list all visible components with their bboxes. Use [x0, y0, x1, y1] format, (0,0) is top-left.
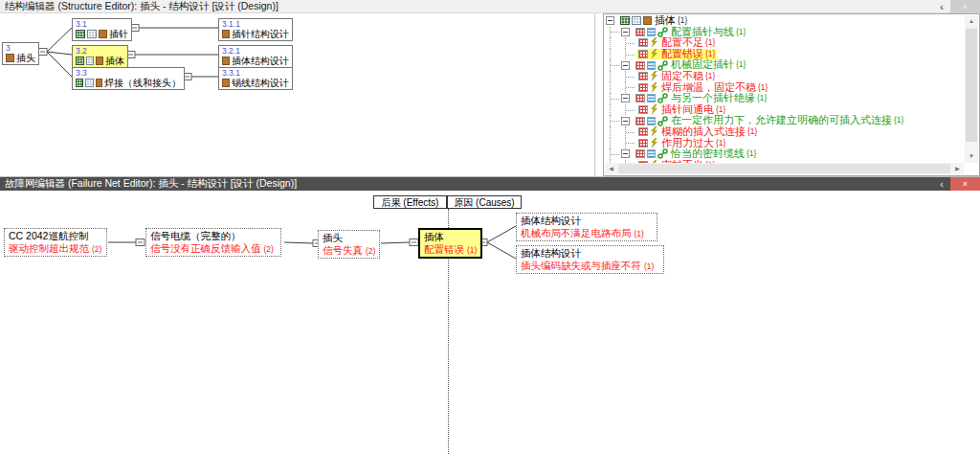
- vertical-scrollbar[interactable]: ▲ ▼: [965, 15, 978, 163]
- expander-icon[interactable]: [621, 149, 630, 158]
- fmea-form-icon: [638, 83, 648, 92]
- net-node-cruise-control[interactable]: CC 2042巡航控制 驱动控制超出规范 (2): [4, 228, 107, 257]
- close-button[interactable]: ×: [950, 0, 980, 13]
- net-node-failure: 信号没有正确反馈输入值: [150, 242, 261, 254]
- tree-item-count: {1}: [678, 15, 687, 27]
- table-icon: [632, 16, 641, 25]
- tab-causes[interactable]: 原因 (Causes): [447, 195, 522, 209]
- tree-item-count: {1}: [746, 148, 756, 160]
- tree-guide: [606, 115, 621, 126]
- tree-item-element[interactable]: 插体{1}: [606, 15, 964, 27]
- tree-item-label: 插体: [655, 15, 676, 27]
- node-number: 3: [6, 44, 35, 53]
- node-number: 3.2: [76, 47, 124, 56]
- net-node-signal-cable[interactable]: 信号电缆（完整的） 信号没有正确反馈输入值 (2): [145, 228, 281, 257]
- net-node-cause-2[interactable]: 插体结构设计 插头编码缺失或与插座不符 (1): [516, 245, 664, 274]
- structure-icon: [76, 79, 83, 87]
- tree-item-failure[interactable]: 作用力过大{1}: [606, 138, 964, 149]
- node-number: 3.3.1: [222, 69, 289, 78]
- failure-net-editor-title: 故障网编辑器 (Failure Net Editor): 插头 - 结构设计 […: [5, 177, 297, 191]
- expander-icon[interactable]: [621, 117, 630, 125]
- tree-item-failure[interactable]: 焊后增温，固定不稳{1}: [606, 82, 964, 94]
- failure-count: (1): [644, 261, 654, 271]
- net-node-element: 插头: [323, 232, 375, 244]
- lightning-icon: [650, 104, 658, 115]
- tree-item-count: {1}: [894, 115, 903, 126]
- collapse-chevron-icon[interactable]: ‹: [933, 0, 950, 13]
- lightning-icon: [650, 71, 658, 81]
- failure-count: (2): [263, 244, 273, 254]
- net-node-element: 插体结构设计: [521, 247, 659, 260]
- scroll-up-icon[interactable]: ▲: [965, 15, 978, 28]
- net-node-element: 插体结构设计: [521, 215, 653, 227]
- fmea-form-icon: [638, 38, 648, 47]
- vertical-scrollbar-thumb[interactable]: [966, 29, 977, 142]
- lightning-icon: [650, 49, 658, 59]
- node-number: 3.3: [76, 69, 181, 78]
- lightning-icon: [650, 37, 658, 48]
- tree-item-failure[interactable]: 模糊的插入式连接{1}: [606, 126, 964, 138]
- horizontal-scrollbar-thumb[interactable]: [618, 164, 950, 173]
- lightning-icon: [650, 82, 658, 93]
- tree-item-function[interactable]: 恰当的密封缆线{1}: [606, 148, 964, 160]
- net-node-element: 插体: [424, 231, 477, 243]
- tree-item-function[interactable]: 与另一个插针绝缘{1}: [606, 93, 964, 104]
- structure-node-3-3[interactable]: 3.3 焊接（线和接头）: [72, 67, 185, 90]
- fmea-form-icon: [638, 127, 648, 136]
- tree-guide: [621, 126, 636, 138]
- tab-effects[interactable]: 后果 (Effects): [373, 195, 447, 209]
- net-node-failure: 插头编码缺失或与插座不符: [521, 260, 641, 271]
- expander-icon[interactable]: [621, 28, 630, 36]
- expander-icon[interactable]: [621, 94, 630, 102]
- net-node-failure: 驱动控制超出规范: [9, 242, 89, 254]
- structure-node-3-2-selected[interactable]: 3.2 插体: [72, 45, 128, 68]
- tree-item-failure[interactable]: 固定不稳{1}: [606, 71, 964, 82]
- tree-guide: [621, 49, 636, 60]
- scroll-down-icon[interactable]: ▼: [965, 150, 978, 163]
- functions-icon: [647, 28, 656, 36]
- tree-guide: [606, 93, 621, 104]
- structure-node-root[interactable]: 3 插头: [2, 42, 39, 65]
- structure-icon: [620, 16, 630, 25]
- element-icon: [643, 16, 652, 25]
- structure-icon: [76, 57, 84, 65]
- tree-guide: [621, 138, 636, 149]
- scroll-right-icon[interactable]: ▶: [951, 163, 964, 174]
- net-node-plug-body-selected[interactable]: 插体 配置错误 (1): [418, 228, 482, 259]
- tree-item-failure[interactable]: 配置错误{1}: [606, 49, 964, 60]
- tree-guide: [606, 126, 621, 138]
- tree-item-function[interactable]: 配置插针与线{1}: [606, 27, 964, 38]
- structure-node-3-1-1[interactable]: 3.1.1 插针结构设计: [218, 18, 293, 41]
- tree-item-count: {1}: [705, 37, 715, 49]
- horizontal-scrollbar[interactable]: ◀ ▶: [605, 163, 964, 174]
- tree-guide: [606, 82, 621, 94]
- fmea-form-icon: [638, 139, 648, 148]
- net-node-cause-1[interactable]: 插体结构设计 机械布局不满足电路布局 (1): [516, 213, 657, 241]
- net-node-plug[interactable]: 插头 信号失真 (2): [318, 230, 380, 259]
- fmea-form-icon: [635, 94, 645, 102]
- fmea-form-icon: [635, 61, 645, 70]
- tree-item-count: {1}: [705, 71, 715, 82]
- expander-icon[interactable]: [621, 61, 630, 70]
- net-node-failure: 信号失真: [323, 244, 363, 256]
- element-icon: [99, 30, 107, 38]
- net-node-element: 信号电缆（完整的）: [150, 230, 277, 242]
- functions-icon: [647, 117, 656, 125]
- tree-item-function[interactable]: 在一定作用力下，允许建立明确的可插入式连接{1}: [606, 115, 964, 126]
- scroll-left-icon[interactable]: ◀: [605, 163, 617, 174]
- tree-item-failure[interactable]: 配置不足{1}: [606, 37, 964, 49]
- fmea-form-icon: [638, 50, 648, 58]
- structure-node-3-1[interactable]: 3.1 插针: [72, 18, 132, 41]
- expander-icon[interactable]: [606, 16, 614, 25]
- tree-item-label: 恰当的密封缆线: [671, 148, 745, 160]
- tree-guide: [606, 49, 621, 60]
- structure-node-3-3-1[interactable]: 3.3.1 锡线结构设计: [218, 67, 293, 90]
- tree-item-function[interactable]: 机械固定插针{1}: [606, 59, 964, 71]
- tree-item-count: {1}: [757, 93, 767, 104]
- node-number: 3.2.1: [222, 47, 289, 56]
- close-button[interactable]: ×: [950, 177, 980, 191]
- structure-node-3-2-1[interactable]: 3.2.1 插体结构设计: [218, 45, 293, 68]
- fmea-form-icon: [635, 117, 645, 125]
- collapse-chevron-icon[interactable]: ‹: [933, 177, 950, 191]
- fmea-form-icon: [635, 149, 645, 158]
